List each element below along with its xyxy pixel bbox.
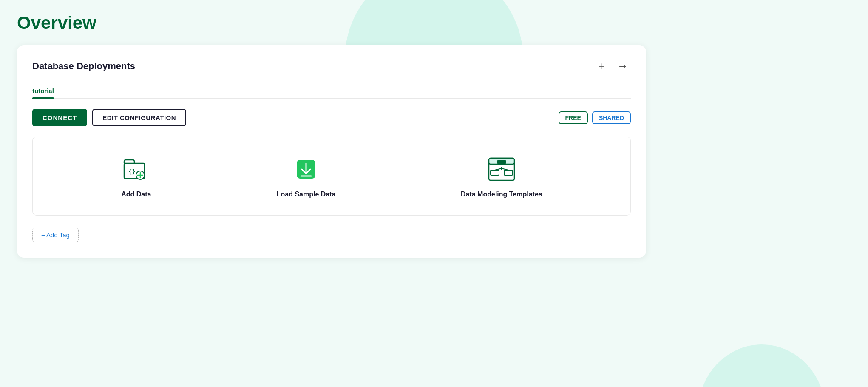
shared-badge: SHARED: [592, 111, 631, 124]
data-modeling-icon: [486, 154, 517, 185]
data-modeling-feature[interactable]: Data Modeling Templates: [461, 154, 542, 198]
svg-rect-11: [491, 170, 499, 175]
page-title: Overview: [17, 13, 851, 33]
features-box: {} Add Data: [32, 137, 631, 216]
badges: FREE SHARED: [559, 111, 631, 124]
bg-decoration-bottom: [698, 344, 825, 387]
load-sample-icon: [291, 154, 321, 185]
card-header: Database Deployments + →: [32, 59, 631, 74]
svg-text:{}: {}: [128, 168, 136, 175]
svg-rect-12: [504, 170, 513, 175]
main-card: Database Deployments + → tutorial CONNEC…: [17, 45, 646, 258]
action-bar-left: CONNECT EDIT CONFIGURATION: [32, 109, 186, 126]
data-modeling-label: Data Modeling Templates: [461, 191, 542, 198]
add-data-feature[interactable]: {} Add Data: [121, 154, 151, 198]
free-badge: FREE: [559, 111, 588, 124]
load-sample-label: Load Sample Data: [277, 191, 336, 198]
card-title: Database Deployments: [32, 61, 135, 72]
action-bar: CONNECT EDIT CONFIGURATION FREE SHARED: [32, 109, 631, 126]
tab-tutorial[interactable]: tutorial: [32, 84, 54, 98]
tabs-bar: tutorial: [32, 84, 631, 99]
navigate-button[interactable]: →: [615, 59, 631, 74]
add-data-icon: {}: [121, 154, 151, 185]
edit-configuration-button[interactable]: EDIT CONFIGURATION: [92, 109, 186, 126]
connect-button[interactable]: CONNECT: [32, 109, 87, 126]
load-sample-feature[interactable]: Load Sample Data: [277, 154, 336, 198]
add-data-label: Add Data: [121, 191, 151, 198]
add-tag-button[interactable]: + Add Tag: [32, 228, 79, 242]
svg-rect-10: [497, 160, 506, 164]
plus-icon: +: [598, 60, 604, 73]
card-header-actions: + →: [596, 59, 631, 74]
add-deployment-button[interactable]: +: [596, 59, 607, 74]
arrow-right-icon: →: [617, 60, 628, 73]
